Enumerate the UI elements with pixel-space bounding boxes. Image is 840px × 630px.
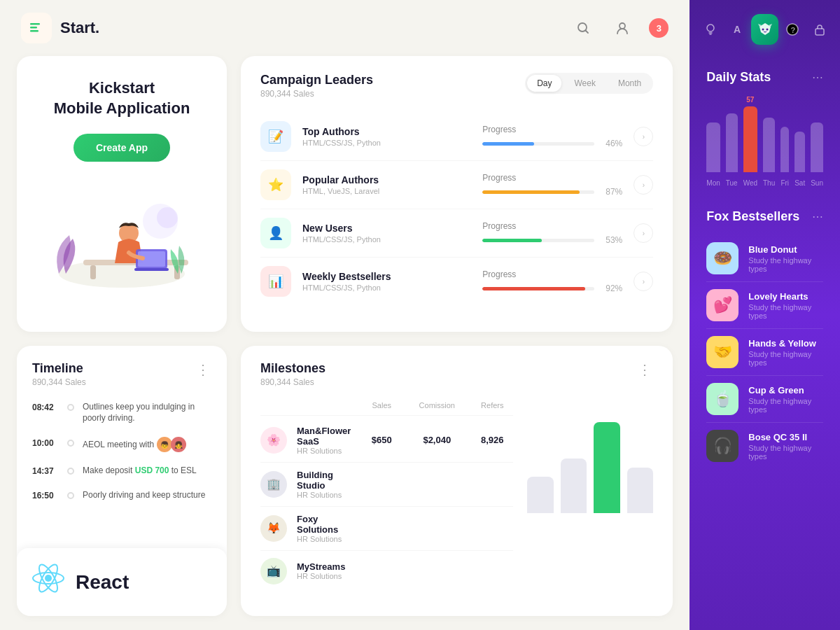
chevron-btn-1[interactable]: › xyxy=(634,175,653,195)
bestseller-lovely-hearts[interactable]: 💕 Lovely Hearts Study the highway types xyxy=(706,282,823,329)
bs-thumb-3: 🍵 xyxy=(706,383,738,415)
search-icon[interactable] xyxy=(570,15,596,41)
bestsellers-title: Fox Bestsellers xyxy=(706,209,799,224)
text-1000-group: AEOL meeting with 👦 👧 xyxy=(83,437,186,452)
header-left: Start. xyxy=(21,13,99,43)
svg-rect-2 xyxy=(30,30,38,32)
bar-label-fri: Fri xyxy=(780,179,789,187)
nav-icon-a[interactable]: A xyxy=(724,14,751,45)
chart-bar-0 xyxy=(527,477,554,513)
bs-info-1: Lovely Hearts Study the highway types xyxy=(748,291,823,320)
milestone-sales-0: $650 xyxy=(360,435,402,445)
timeline-title-group: Timeline 890,344 Sales xyxy=(32,361,86,387)
kickstart-title: Kickstart Mobile Application xyxy=(54,78,190,118)
bestseller-hands-yellow[interactable]: 🤝 Hands & Yellow Study the highway types xyxy=(706,329,823,376)
progress-row-0: 46% xyxy=(482,139,622,148)
chart-bar-1 xyxy=(561,458,587,513)
header: Start. 3 xyxy=(0,0,690,56)
milestones-card: Milestones 890,344 Sales ⋮ Sales Comissi… xyxy=(241,346,673,617)
timeline-items: 08:42 Outlines keep you indulging in poo… xyxy=(32,401,211,501)
bestseller-bose[interactable]: 🎧 Bose QC 35 II Study the highway types xyxy=(706,423,823,469)
campaign-icon-2: 👤 xyxy=(260,218,291,248)
daily-stats-section: Daily Stats ⋯ Mon Tue 57 Wed Thu xyxy=(690,59,840,204)
progress-row-3: 92% xyxy=(482,284,622,293)
chevron-btn-0[interactable]: › xyxy=(634,127,653,146)
bar-label-wed: Wed xyxy=(743,179,757,187)
progress-pct-1: 87% xyxy=(600,187,622,197)
tab-month[interactable]: Month xyxy=(608,75,651,92)
create-app-button[interactable]: Create App xyxy=(74,134,170,162)
campaign-header: Campaign Leaders 890,344 Sales Day Week … xyxy=(260,73,653,99)
bestseller-cup-green[interactable]: 🍵 Cup & Green Study the highway types xyxy=(706,376,823,423)
text-0842: Outlines keep you indulging in poorly dr… xyxy=(83,401,211,425)
bestsellers-section: Fox Bestsellers ⋯ 🍩 Blue Donut Study the… xyxy=(690,204,840,483)
bs-sub-4: Study the highway types xyxy=(748,444,823,461)
chart-bar-2 xyxy=(594,422,620,513)
col-refers-header: Refers xyxy=(471,401,513,410)
milestone-row: 🌸 Man&Flower SaaS HR Solutions $650 $2,0… xyxy=(260,419,513,463)
tab-week[interactable]: Week xyxy=(564,75,605,92)
nav-icon-lightbulb[interactable] xyxy=(696,14,724,45)
bs-name-0: Blue Donut xyxy=(748,244,823,255)
bar-fri: Fri xyxy=(780,96,789,187)
progress-bar-2 xyxy=(482,239,594,242)
progress-section-1: Progress 87% xyxy=(482,173,622,197)
campaign-name-1: Popular Authors xyxy=(302,174,471,186)
notification-badge[interactable]: 3 xyxy=(649,18,668,38)
bar-fill-sun xyxy=(811,122,823,173)
milestone-sub-3: HR Solutions xyxy=(297,572,351,580)
campaign-name-2: New Users xyxy=(302,223,471,234)
peak-value-label: 57 xyxy=(746,96,754,104)
svg-text:?: ? xyxy=(790,26,795,34)
nav-icon-fox[interactable] xyxy=(751,14,778,45)
campaign-info-1: Popular Authors HTML, VueJS, Laravel xyxy=(302,174,471,195)
col-commission-header: Comission xyxy=(412,401,461,410)
daily-stats-menu[interactable]: ⋯ xyxy=(812,71,823,84)
bs-name-4: Bose QC 35 II xyxy=(748,432,823,442)
progress-fill-2 xyxy=(482,239,542,242)
milestone-name-1: Building Studio xyxy=(297,470,351,491)
react-icon xyxy=(31,561,66,603)
bs-info-0: Blue Donut Study the highway types xyxy=(748,244,823,273)
chevron-btn-2[interactable]: › xyxy=(634,223,653,243)
bestsellers-header: Fox Bestsellers ⋯ xyxy=(706,209,823,224)
bestsellers-menu[interactable]: ⋯ xyxy=(812,210,823,223)
progress-section-3: Progress 92% xyxy=(482,270,622,293)
milestones-title-group: Milestones 890,344 Sales xyxy=(260,361,326,387)
milestone-row: 🦊 Foxy Solutions HR Solutions xyxy=(260,507,513,551)
text-1650: Poorly driving and keep structure xyxy=(83,489,205,501)
tab-day[interactable]: Day xyxy=(527,75,561,92)
text-1437: Make deposit USD 700 to ESL xyxy=(83,465,197,477)
progress-bar-3 xyxy=(482,287,594,290)
svg-point-14 xyxy=(157,207,178,228)
user-icon[interactable] xyxy=(610,15,635,41)
milestones-subtitle: 890,344 Sales xyxy=(260,377,326,387)
time-0842: 08:42 xyxy=(32,401,59,412)
nav-icon-lock[interactable] xyxy=(806,14,833,45)
bs-thumb-0: 🍩 xyxy=(706,242,738,274)
campaign-tags-2: HTML/CSS/JS, Python xyxy=(302,235,471,244)
bestseller-blue-donut[interactable]: 🍩 Blue Donut Study the highway types xyxy=(706,235,823,282)
campaign-row-1: ⭐ Popular Authors HTML, VueJS, Laravel P… xyxy=(260,161,653,209)
campaign-title-group: Campaign Leaders 890,344 Sales xyxy=(260,73,373,99)
svg-point-19 xyxy=(707,24,714,31)
bs-sub-1: Study the highway types xyxy=(748,303,823,320)
time-1000: 10:00 xyxy=(32,437,59,448)
daily-stats-title: Daily Stats xyxy=(706,70,771,85)
bar-sat: Sat xyxy=(794,96,805,187)
svg-point-21 xyxy=(762,29,764,31)
svg-rect-25 xyxy=(816,29,824,35)
campaign-info-2: New Users HTML/CSS/JS, Python xyxy=(302,223,471,244)
bs-name-1: Lovely Hearts xyxy=(748,291,823,302)
progress-row-2: 53% xyxy=(482,235,622,245)
bs-info-4: Bose QC 35 II Study the highway types xyxy=(748,432,823,461)
progress-row-1: 87% xyxy=(482,187,622,197)
timeline-menu[interactable]: ⋮ xyxy=(196,361,211,378)
bs-sub-2: Study the highway types xyxy=(748,350,823,367)
chevron-btn-3[interactable]: › xyxy=(634,272,653,291)
milestone-name-3: MyStreams xyxy=(297,561,351,572)
nav-icon-question[interactable]: ? xyxy=(778,14,806,45)
milestone-header-row: Sales Comission Refers xyxy=(260,401,513,416)
milestones-menu[interactable]: ⋮ xyxy=(638,361,653,378)
logo-icon xyxy=(21,13,52,43)
